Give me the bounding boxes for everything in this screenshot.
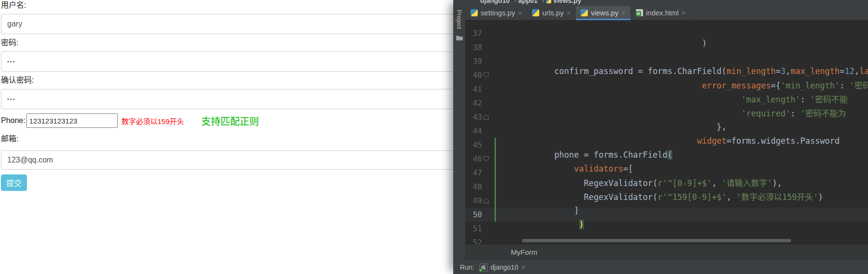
line-number: 47 <box>466 168 482 177</box>
line-number: 44 <box>466 126 482 136</box>
ide-window: django10 › app01 › views.py Project <box>453 0 868 274</box>
fold-marker-icon[interactable] <box>482 180 491 194</box>
vcs-change-bar <box>491 194 497 208</box>
vcs-change-bar <box>491 138 497 152</box>
breadcrumb-separator: › <box>514 0 516 4</box>
breadcrumb-label: django10 <box>480 0 509 4</box>
line-number: 50 <box>466 210 482 219</box>
vcs-change-bar <box>491 166 497 180</box>
breadcrumb-label: views.py <box>553 0 581 4</box>
fold-marker-icon[interactable] <box>482 26 491 40</box>
line-number: 38 <box>466 43 482 52</box>
phone-label: Phone: <box>1 116 25 125</box>
fold-marker-icon[interactable] <box>482 166 491 180</box>
breadcrumb-item[interactable]: › app01 <box>514 0 537 4</box>
tab-close-icon[interactable]: × <box>682 9 686 16</box>
vcs-change-bar <box>491 54 497 68</box>
fold-marker-icon[interactable] <box>482 152 491 166</box>
line-number: 37 <box>466 29 482 38</box>
phone-error-text: 数字必须以159开头 <box>122 116 184 126</box>
breadcrumb-item[interactable]: › views.py <box>542 0 582 4</box>
line-number: 51 <box>466 224 482 233</box>
tab-filename: views.py <box>591 9 619 17</box>
line-number: 39 <box>466 57 482 66</box>
vcs-change-bar <box>491 96 497 110</box>
code-lines: 37 ) 38 39 <box>466 20 868 244</box>
breadcrumb-separator: › <box>542 0 545 4</box>
vcs-change-bar <box>491 236 497 244</box>
run-tool-bar: Run: dj django10 × <box>453 260 868 274</box>
vcs-change-bar <box>491 180 497 194</box>
run-label: Run: <box>460 263 474 271</box>
editor-tab[interactable]: views.py × <box>576 6 631 20</box>
project-tool-label: Project <box>456 10 463 29</box>
tab-filename: settings.py <box>481 9 515 17</box>
vcs-change-bar <box>491 40 497 54</box>
line-number: 45 <box>466 140 482 149</box>
vcs-change-bar <box>491 110 497 124</box>
breadcrumb-items: django10 › app01 › views.py <box>453 0 868 4</box>
tab-filename: index.html <box>646 9 679 17</box>
run-tab-close-icon[interactable]: × <box>521 263 525 271</box>
vcs-change-bar <box>491 222 497 236</box>
breadcrumb-label: app01 <box>518 0 537 4</box>
fold-marker-icon[interactable] <box>482 208 491 222</box>
file-type-icon <box>471 9 478 16</box>
fold-marker-icon[interactable] <box>482 194 491 208</box>
fold-marker-icon[interactable] <box>482 82 491 96</box>
run-config-name: django10 <box>491 263 519 271</box>
tab-close-icon[interactable]: × <box>567 9 571 16</box>
breadcrumb-item[interactable]: django10 <box>478 0 509 4</box>
fold-marker-icon[interactable] <box>482 222 491 236</box>
vcs-change-bar <box>491 208 497 222</box>
file-type-icon <box>581 9 588 16</box>
myform-label: MyForm <box>511 248 537 256</box>
editor-tab[interactable]: settings.py × <box>466 6 527 20</box>
line-number: 43 <box>466 112 482 122</box>
project-tool-button[interactable]: Project <box>453 6 466 260</box>
vcs-change-bar <box>491 152 497 166</box>
python-file-icon <box>546 0 551 3</box>
editor-tab[interactable]: index.html × <box>631 6 691 20</box>
fold-marker-icon[interactable] <box>482 40 491 54</box>
myform-bar: MyForm <box>466 244 868 260</box>
vcs-change-bar <box>491 82 497 96</box>
horizontal-scrollbar[interactable] <box>522 239 791 242</box>
fold-marker-icon[interactable] <box>482 96 491 110</box>
vcs-change-bar <box>491 68 497 82</box>
run-config-tab[interactable]: dj django10 × <box>479 263 525 272</box>
tab-close-icon[interactable]: × <box>518 9 522 16</box>
phone-input[interactable] <box>26 113 118 128</box>
editor-tab[interactable]: urls.py × <box>527 6 576 20</box>
fold-marker-icon[interactable] <box>482 110 491 124</box>
code-editor[interactable]: 37 ) 38 39 <box>466 20 868 244</box>
django-run-icon: dj <box>479 263 488 272</box>
file-type-icon <box>532 9 539 16</box>
line-number: 46 <box>466 154 482 163</box>
fold-marker-icon[interactable] <box>482 54 491 68</box>
line-number: 49 <box>466 196 482 205</box>
breadcrumb: django10 › app01 › views.py <box>453 0 868 6</box>
file-type-icon <box>636 9 643 16</box>
fold-marker-icon[interactable] <box>482 138 491 152</box>
vcs-change-bar <box>491 26 497 40</box>
fold-marker-icon[interactable] <box>482 68 491 82</box>
folder-icon <box>456 35 463 40</box>
vcs-change-bar <box>491 124 497 138</box>
tab-close-icon[interactable]: × <box>621 9 626 16</box>
line-number: 41 <box>466 85 482 94</box>
line-number: 40 <box>466 71 482 80</box>
editor-tab-bar: settings.py × urls.py × views.py × index… <box>466 6 868 20</box>
fold-marker-icon[interactable] <box>482 124 491 138</box>
line-number: 52 <box>466 238 482 244</box>
line-number: 48 <box>466 182 482 191</box>
tab-filename: urls.py <box>542 9 563 17</box>
fold-marker-icon[interactable] <box>482 236 491 244</box>
regex-support-note: 支持匹配正则 <box>201 114 259 128</box>
submit-button[interactable]: 提交 <box>1 174 27 191</box>
line-number: 42 <box>466 99 482 108</box>
